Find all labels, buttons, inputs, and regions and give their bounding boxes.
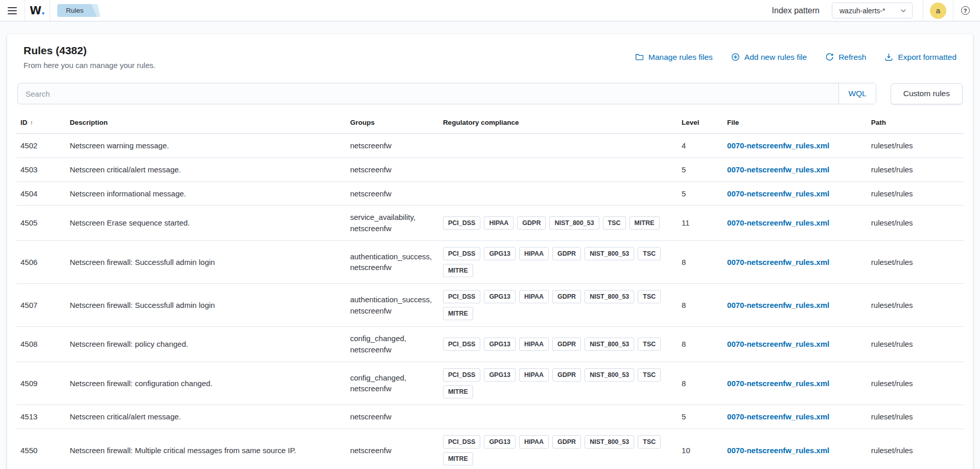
rule-file-link[interactable]: 0070-netscreenfw_rules.xml: [727, 258, 829, 266]
rule-compliance-cell: PCI_DSSHIPAAGDPRNIST_800_53TSCMITRE: [439, 206, 678, 241]
rule-groups-cell: netscreenfw: [346, 405, 439, 429]
table-header-row: ID↑DescriptionGroupsRegulatory complianc…: [16, 111, 964, 134]
compliance-badge: GDPR: [552, 368, 581, 382]
rule-groups-cell: netscreenfw: [346, 429, 439, 469]
table-row[interactable]: 4507Netscreen firewall: Successfull admi…: [16, 284, 964, 327]
rule-file-link[interactable]: 0070-netscreenfw_rules.xml: [727, 446, 829, 455]
search-input[interactable]: [18, 83, 838, 104]
header-actions: Manage rules filesAdd new rules fileRefr…: [635, 53, 956, 62]
rule-file-cell: 0070-netscreenfw_rules.xml: [723, 429, 867, 469]
table-row[interactable]: 4550Netscreen firewall: Multiple critica…: [16, 429, 964, 469]
rule-description-cell: Netscreen firewall: Successfull admin lo…: [65, 240, 346, 283]
custom-rules-button[interactable]: Custom rules: [891, 83, 963, 104]
column-label: Path: [871, 119, 886, 126]
rule-groups-cell: authentication_success, netscreenfw: [346, 240, 439, 283]
manage-rules-files-button[interactable]: Manage rules files: [635, 53, 713, 62]
menu-toggle-button[interactable]: [0, 0, 25, 21]
export-icon: [884, 53, 893, 61]
rule-description-cell: Netscreen informational message.: [65, 182, 346, 206]
rule-compliance-cell: [439, 134, 678, 158]
rule-file-cell: 0070-netscreenfw_rules.xml: [723, 182, 867, 206]
column-header-description[interactable]: Description: [65, 111, 346, 134]
column-header-file[interactable]: File: [723, 111, 867, 134]
table-row[interactable]: 4505Netscreen Erase sequence started.ser…: [16, 206, 964, 241]
rules-panel: Rules (4382) From here you can manage yo…: [7, 34, 973, 469]
rule-compliance-cell: PCI_DSSGPG13HIPAAGDPRNIST_800_53TSCMITRE: [439, 284, 678, 327]
rule-file-link[interactable]: 0070-netscreenfw_rules.xml: [727, 340, 829, 348]
column-header-level[interactable]: Level: [678, 111, 723, 134]
index-pattern-select[interactable]: wazuh-alerts-*: [832, 3, 913, 18]
user-avatar[interactable]: a: [930, 3, 946, 19]
rule-file-link[interactable]: 0070-netscreenfw_rules.xml: [727, 218, 829, 227]
action-label: Add new rules file: [744, 53, 807, 62]
rule-path-cell: ruleset/rules: [867, 240, 964, 283]
rule-level-cell: 8: [678, 240, 723, 283]
column-header-id[interactable]: ID↑: [16, 111, 65, 134]
compliance-badge: HIPAA: [519, 368, 549, 382]
rule-path-cell: ruleset/rules: [867, 327, 964, 362]
compliance-badge: GDPR: [517, 216, 546, 230]
rule-file-link[interactable]: 0070-netscreenfw_rules.xml: [727, 301, 829, 309]
compliance-badge: MITRE: [443, 307, 473, 320]
table-row[interactable]: 4502Netscreen warning message.netscreenf…: [16, 134, 964, 158]
rule-description-cell: Netscreen firewall: policy changed.: [65, 327, 346, 362]
column-label: Description: [69, 119, 107, 126]
column-label: Regulatory compliance: [443, 119, 519, 126]
rule-path-cell: ruleset/rules: [867, 284, 964, 327]
rule-file-cell: 0070-netscreenfw_rules.xml: [723, 206, 867, 241]
rule-path-cell: ruleset/rules: [867, 429, 964, 469]
rule-file-cell: 0070-netscreenfw_rules.xml: [723, 284, 867, 327]
table-row[interactable]: 4503Netscreen critical/alert message.net…: [16, 158, 964, 182]
table-row[interactable]: 4504Netscreen informational message.nets…: [16, 182, 964, 206]
compliance-badge: NIST_800_53: [585, 338, 634, 351]
topbar-divider: [923, 0, 923, 21]
wazuh-logo[interactable]: W.: [25, 0, 50, 21]
rule-id-cell: 4509: [16, 362, 65, 405]
table-row[interactable]: 4506Netscreen firewall: Successfull admi…: [16, 240, 964, 283]
rule-id-cell: 4502: [16, 134, 65, 158]
rule-path-cell: ruleset/rules: [867, 134, 964, 158]
rule-level-cell: 10: [678, 429, 723, 469]
compliance-badge: GPG13: [484, 247, 516, 260]
rule-compliance-cell: [439, 405, 678, 429]
breadcrumb-rules-tab[interactable]: Rules: [57, 4, 101, 17]
rule-file-cell: 0070-netscreenfw_rules.xml: [723, 362, 867, 405]
rule-file-link[interactable]: 0070-netscreenfw_rules.xml: [727, 141, 829, 150]
rule-file-link[interactable]: 0070-netscreenfw_rules.xml: [727, 379, 829, 388]
table-body: 4502Netscreen warning message.netscreenf…: [16, 134, 964, 469]
query-language-button[interactable]: WQL: [838, 83, 875, 104]
compliance-badge: HIPAA: [484, 216, 514, 230]
rule-description-cell: Netscreen firewall: Successfull admin lo…: [65, 284, 346, 327]
column-header-groups[interactable]: Groups: [346, 111, 439, 134]
rule-file-cell: 0070-netscreenfw_rules.xml: [723, 405, 867, 429]
page-subtitle: From here you can manage your rules.: [24, 61, 155, 70]
column-header-path[interactable]: Path: [867, 111, 964, 134]
export-formatted-button[interactable]: Export formatted: [884, 53, 956, 62]
compliance-badge: HIPAA: [519, 290, 549, 303]
table-row[interactable]: 4508Netscreen firewall: policy changed.c…: [16, 327, 964, 362]
rule-level-cell: 5: [678, 182, 723, 206]
rule-file-link[interactable]: 0070-netscreenfw_rules.xml: [727, 165, 829, 174]
compliance-badge: TSC: [638, 435, 661, 449]
rule-id-cell: 4507: [16, 284, 65, 327]
compliance-badge: NIST_800_53: [585, 368, 634, 382]
rule-level-cell: 4: [678, 134, 723, 158]
table-row[interactable]: 4509Netscreen firewall: configuration ch…: [16, 362, 964, 405]
compliance-badge: TSC: [638, 368, 661, 382]
refresh-button[interactable]: Refresh: [825, 53, 866, 62]
compliance-badge: MITRE: [443, 452, 473, 465]
rule-description-cell: Netscreen critical/alert message.: [65, 158, 346, 182]
folder-icon: [635, 53, 644, 61]
compliance-badge: NIST_800_53: [585, 435, 634, 449]
rule-file-link[interactable]: 0070-netscreenfw_rules.xml: [727, 412, 829, 421]
rule-level-cell: 8: [678, 327, 723, 362]
column-header-regulatory-compliance[interactable]: Regulatory compliance: [439, 111, 678, 134]
rule-compliance-cell: [439, 182, 678, 206]
rules-table: ID↑DescriptionGroupsRegulatory complianc…: [16, 111, 964, 469]
table-row[interactable]: 4513Netscreen critical/alert message.net…: [16, 405, 964, 429]
rule-file-link[interactable]: 0070-netscreenfw_rules.xml: [727, 189, 829, 198]
breadcrumb-label: Rules: [66, 7, 84, 14]
help-button[interactable]: ?: [958, 0, 973, 21]
add-new-rules-file-button[interactable]: Add new rules file: [731, 53, 807, 62]
rule-id-cell: 4550: [16, 429, 65, 469]
